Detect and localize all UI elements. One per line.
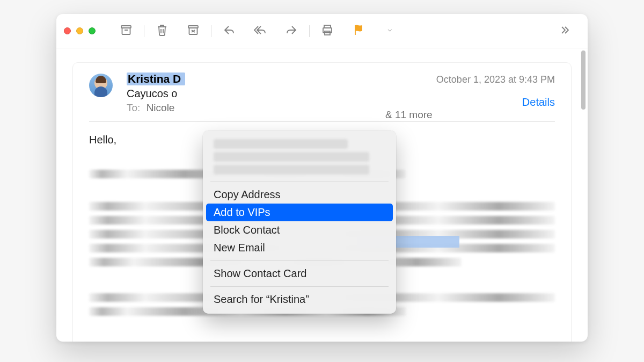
recipients-row: To: Nicole: [127, 102, 555, 114]
print-button[interactable]: [312, 21, 343, 41]
menu-separator: [210, 260, 389, 261]
close-window-button[interactable]: [64, 27, 71, 34]
menu-separator: [210, 286, 389, 287]
toolbar-divider: [309, 25, 310, 37]
reply-all-icon: [254, 24, 267, 39]
flag-menu-button[interactable]: [374, 21, 405, 41]
menu-copy-address[interactable]: Copy Address: [206, 186, 393, 204]
svg-rect-1: [122, 28, 130, 34]
junk-icon: [187, 24, 200, 39]
reply-button[interactable]: [214, 21, 245, 41]
sender-name[interactable]: Kristina D: [127, 73, 185, 85]
reply-icon: [223, 24, 236, 39]
forward-icon: [285, 24, 298, 39]
scrollbar[interactable]: [581, 50, 586, 339]
menu-separator: [210, 182, 389, 182]
window-controls: [64, 27, 96, 34]
menu-block-contact[interactable]: Block Contact: [206, 221, 393, 239]
more-recipients[interactable]: & 11 more: [385, 109, 433, 121]
archive-icon: [120, 24, 133, 39]
menu-search-for[interactable]: Search for “Kristina”: [206, 291, 393, 308]
message-card: Kristina D Cayucos o To: Nicole & 11 mor…: [72, 62, 572, 342]
minimize-window-button[interactable]: [76, 27, 83, 34]
message-header: Kristina D Cayucos o To: Nicole & 11 mor…: [89, 73, 555, 122]
details-link[interactable]: Details: [522, 96, 555, 108]
redacted-menu-item[interactable]: [214, 139, 348, 149]
menu-new-email[interactable]: New Email: [206, 239, 393, 257]
recipient[interactable]: Nicole: [147, 102, 175, 113]
toolbar-divider: [144, 25, 144, 37]
reply-all-button[interactable]: [245, 21, 276, 41]
trash-icon: [156, 24, 169, 39]
junk-button[interactable]: [178, 21, 209, 41]
delete-button[interactable]: [147, 21, 178, 41]
toolbar-overflow-button[interactable]: [549, 21, 580, 41]
flag-button[interactable]: [343, 21, 374, 41]
redacted-menu-item[interactable]: [214, 152, 369, 162]
menu-show-contact-card[interactable]: Show Contact Card: [206, 265, 393, 283]
zoom-window-button[interactable]: [89, 27, 96, 34]
scrollbar-thumb[interactable]: [581, 50, 586, 110]
archive-button[interactable]: [111, 21, 142, 41]
toolbar-actions: [111, 21, 405, 41]
to-label: To:: [127, 102, 140, 113]
print-icon: [321, 24, 334, 39]
chevron-down-icon: [386, 26, 393, 36]
toolbar: [56, 14, 588, 48]
toolbar-divider: [211, 25, 211, 37]
menu-add-to-vips[interactable]: Add to VIPs: [206, 204, 393, 221]
subject: Cayucos o: [127, 88, 186, 100]
chevrons-right-icon: [558, 24, 571, 39]
flag-icon: [352, 24, 365, 39]
avatar[interactable]: [89, 74, 113, 97]
redacted-menu-item[interactable]: [214, 165, 369, 175]
mail-message-window: Kristina D Cayucos o To: Nicole & 11 mor…: [56, 14, 588, 342]
timestamp: October 1, 2023 at 9:43 PM: [436, 74, 555, 85]
forward-button[interactable]: [276, 21, 307, 41]
message-viewer: Kristina D Cayucos o To: Nicole & 11 mor…: [56, 48, 588, 342]
sender-context-menu: Copy Address Add to VIPs Block Contact N…: [203, 131, 396, 314]
